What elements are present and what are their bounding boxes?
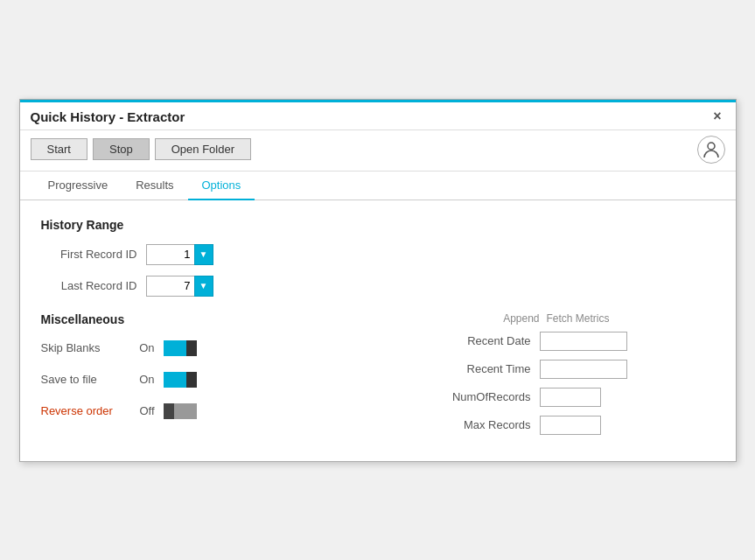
save-to-file-label: Save to file — [41, 373, 124, 386]
reverse-order-state: Off — [133, 404, 155, 417]
title-bar: Quick History - Extractor × — [20, 100, 736, 130]
content-area: History Range First Record ID ▼ Last Rec… — [20, 200, 736, 461]
history-range-title: History Range — [41, 218, 715, 232]
last-record-spinner[interactable]: ▼ — [194, 276, 213, 297]
reverse-order-label: Reverse order — [41, 404, 124, 417]
avatar-icon — [697, 136, 725, 164]
max-records-row: Max Records — [435, 416, 715, 435]
misc-title: Miscellaneous — [41, 312, 435, 326]
main-window: Quick History - Extractor × Start Stop O… — [19, 99, 737, 462]
num-of-records-label: NumOfRecords — [444, 390, 531, 403]
close-button[interactable]: × — [710, 109, 724, 123]
recent-time-input[interactable] — [540, 360, 627, 379]
misc-row-reverse-order: Reverse order Off — [41, 402, 435, 421]
reverse-order-toggle[interactable] — [164, 402, 197, 421]
misc-row-save-to-file: Save to file On — [41, 370, 435, 389]
recent-date-input[interactable] — [540, 332, 627, 351]
window-title: Quick History - Extractor — [31, 109, 185, 124]
recent-date-label: Recent Date — [444, 334, 531, 347]
open-folder-button[interactable]: Open Folder — [155, 138, 251, 160]
skip-blanks-toggle[interactable] — [164, 339, 197, 358]
append-header: Append — [444, 312, 540, 325]
fetch-metrics-header: Fetch Metrics — [547, 312, 610, 325]
last-record-input-group: ▼ — [146, 276, 213, 297]
svg-point-0 — [708, 143, 715, 150]
last-record-row: Last Record ID ▼ — [41, 276, 715, 297]
last-record-input[interactable] — [146, 276, 194, 297]
first-record-row: First Record ID ▼ — [41, 244, 715, 265]
miscellaneous-section: Miscellaneous Skip Blanks On Save to fil… — [41, 312, 435, 444]
max-records-label: Max Records — [444, 418, 531, 431]
num-of-records-row: NumOfRecords — [435, 388, 715, 407]
misc-row-skip-blanks: Skip Blanks On — [41, 339, 435, 358]
tabs: Progressive Results Options — [20, 172, 736, 200]
first-record-input[interactable] — [146, 244, 194, 265]
toolbar: Start Stop Open Folder — [20, 130, 736, 172]
save-to-file-state: On — [133, 373, 155, 386]
recent-time-row: Recent Time — [435, 360, 715, 379]
first-record-label: First Record ID — [41, 248, 137, 261]
tab-results[interactable]: Results — [122, 172, 187, 200]
save-to-file-toggle[interactable] — [164, 370, 197, 389]
recent-date-row: Recent Date — [435, 332, 715, 351]
first-record-input-group: ▼ — [146, 244, 213, 265]
right-section: Append Fetch Metrics Recent Date Recent … — [435, 312, 715, 444]
first-record-spinner[interactable]: ▼ — [194, 244, 213, 265]
num-of-records-input[interactable] — [540, 388, 601, 407]
right-col-headers: Append Fetch Metrics — [435, 312, 715, 325]
stop-button[interactable]: Stop — [93, 138, 150, 160]
tab-options[interactable]: Options — [188, 172, 255, 200]
max-records-input[interactable] — [540, 416, 601, 435]
tab-progressive[interactable]: Progressive — [34, 172, 122, 200]
start-button[interactable]: Start — [31, 138, 87, 160]
two-col-layout: Miscellaneous Skip Blanks On Save to fil… — [41, 312, 715, 444]
skip-blanks-label: Skip Blanks — [41, 341, 124, 354]
skip-blanks-state: On — [133, 341, 155, 354]
last-record-label: Last Record ID — [41, 279, 137, 292]
recent-time-label: Recent Time — [444, 362, 531, 375]
